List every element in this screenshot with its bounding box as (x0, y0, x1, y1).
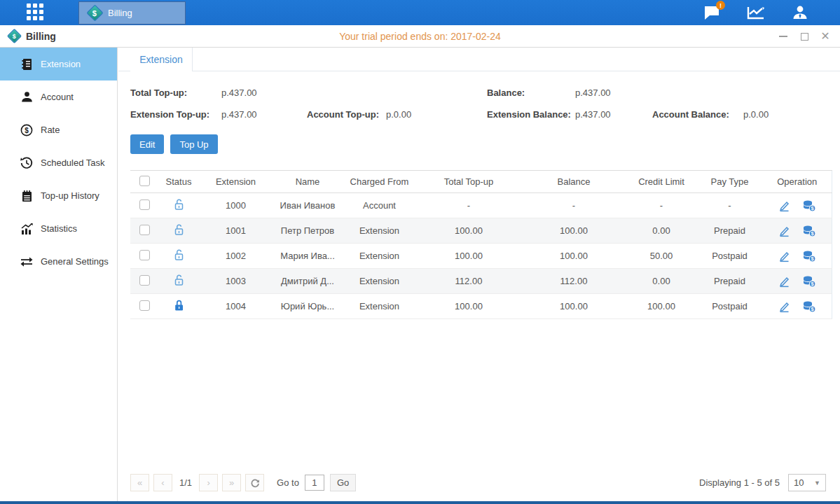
last-page-button[interactable]: » (222, 474, 241, 491)
edit-button[interactable]: Edit (130, 134, 164, 154)
user-account-icon[interactable] (791, 4, 809, 22)
table-row[interactable]: 1002 Мария Ива... Extension 100.00 100.0… (130, 244, 832, 269)
tab-extension[interactable]: Extension (130, 48, 193, 71)
table-row[interactable]: 1004 Юрий Юрь... Extension 100.00 100.00… (130, 294, 832, 319)
column-header-total-topup: Total Top-up (416, 171, 521, 193)
table-row[interactable]: 1003 Дмитрий Д... Extension 112.00 112.0… (130, 269, 832, 294)
unlocked-icon (173, 198, 185, 211)
sidebar-item-rate[interactable]: $ Rate (0, 113, 117, 146)
edit-row-icon[interactable] (778, 300, 790, 313)
main-content: Extension Total Top-up: p.437.00 Balance… (118, 48, 840, 501)
pay-type-cell: Prepaid (696, 269, 763, 294)
extensions-table: Status Extension Name Charged From Total… (130, 170, 832, 319)
table-row[interactable]: 1000 Иван Иванов Account - - - - (130, 193, 832, 218)
top-up-row-icon[interactable]: $ (802, 225, 816, 237)
sidebar-item-statistics[interactable]: Statistics (0, 212, 117, 245)
name-cell: Дмитрий Д... (273, 269, 343, 294)
charged-from-cell: Extension (343, 269, 416, 294)
account-person-icon (20, 91, 33, 104)
top-up-button[interactable]: Top Up (170, 134, 217, 154)
window-title-bar: $ Billing Your trial period ends on: 201… (0, 25, 840, 48)
row-checkbox[interactable] (139, 200, 150, 210)
scheduled-task-clock-icon (20, 157, 33, 169)
statistics-chart-topbar-icon[interactable] (747, 4, 765, 22)
close-button[interactable]: ✕ (820, 31, 830, 41)
svg-text:$: $ (25, 127, 29, 134)
total-topup-label: Total Top-up: (130, 88, 221, 98)
billing-window-icon: $ (7, 29, 22, 43)
account-balance-value: p.0.00 (743, 109, 840, 120)
status-cell (158, 294, 199, 319)
extension-cell: 1002 (199, 244, 273, 269)
notification-badge: ! (716, 1, 725, 10)
general-settings-arrows-icon (20, 255, 33, 268)
maximize-button[interactable] (799, 31, 809, 41)
total-topup-value: p.437.00 (221, 88, 307, 98)
credit-limit-cell: 0.00 (626, 269, 696, 294)
sidebar-item-label: Rate (41, 125, 60, 135)
sidebar-item-account[interactable]: Account (0, 80, 117, 113)
charged-from-cell: Account (343, 193, 416, 218)
top-app-bar: $ Billing ! (0, 0, 840, 25)
row-checkbox[interactable] (139, 300, 150, 311)
topup-history-notepad-icon (20, 190, 33, 202)
minimize-button[interactable] (778, 31, 788, 41)
top-up-row-icon[interactable]: $ (802, 300, 816, 313)
top-up-row-icon[interactable]: $ (802, 250, 816, 262)
edit-row-icon[interactable] (778, 250, 790, 262)
sidebar-item-scheduled-task[interactable]: Scheduled Task (0, 146, 117, 179)
total-topup-cell: 112.00 (416, 269, 521, 294)
credit-limit-cell: 50.00 (626, 244, 696, 269)
name-cell: Иван Иванов (273, 193, 343, 218)
select-all-checkbox[interactable] (139, 176, 150, 186)
total-topup-cell: - (416, 193, 521, 218)
prev-page-button[interactable]: ‹ (153, 474, 172, 491)
person-icon (792, 4, 808, 21)
first-page-button[interactable]: « (130, 474, 149, 491)
sidebar-item-general-settings[interactable]: General Settings (0, 245, 117, 278)
toolbar: Edit Top Up (130, 134, 840, 154)
window-bottom-border (0, 501, 840, 504)
billing-dollar-diamond-icon: $ (86, 4, 103, 21)
edit-row-icon[interactable] (778, 225, 790, 237)
balance-cell: - (521, 193, 626, 218)
page-size-select[interactable]: 10 ▼ (788, 474, 826, 491)
edit-row-icon[interactable] (778, 200, 790, 212)
column-header-pay-type: Pay Type (696, 171, 763, 193)
pay-type-cell: Prepaid (696, 218, 763, 244)
refresh-button[interactable] (245, 474, 264, 491)
unlocked-icon (173, 223, 185, 236)
refresh-icon (250, 478, 260, 488)
displaying-label: Displaying 1 - 5 of 5 (699, 477, 780, 488)
top-up-row-icon[interactable]: $ (802, 200, 816, 212)
next-page-button[interactable]: › (199, 474, 218, 491)
sidebar-item-label: Account (41, 92, 74, 102)
charged-from-cell: Extension (343, 218, 416, 244)
tab-bar: Extension (118, 48, 840, 71)
locked-icon (173, 299, 185, 312)
notifications-chat-icon[interactable]: ! (703, 4, 721, 22)
sidebar-item-extension[interactable]: Extension (0, 48, 117, 80)
app-launcher-grid-icon[interactable] (27, 4, 48, 22)
balance-cell: 100.00 (521, 294, 626, 319)
go-button[interactable]: Go (330, 474, 356, 491)
row-checkbox[interactable] (139, 250, 150, 260)
account-topup-label: Account Top-up: (307, 109, 386, 120)
trial-notice: Your trial period ends on: 2017-02-24 (0, 31, 840, 42)
row-checkbox[interactable] (139, 275, 150, 286)
sidebar-item-topup-history[interactable]: Top-up History (0, 179, 117, 212)
column-header-credit-limit: Credit Limit (626, 171, 696, 193)
credit-limit-cell: 100.00 (626, 294, 696, 319)
edit-row-icon[interactable] (778, 275, 790, 288)
goto-page-input[interactable] (305, 475, 324, 491)
name-cell: Петр Петров (273, 218, 343, 244)
top-up-row-icon[interactable]: $ (802, 275, 816, 288)
account-topup-value: p.0.00 (386, 109, 487, 120)
sidebar-item-label: General Settings (41, 256, 109, 267)
billing-summary: Total Top-up: p.437.00 Balance: p.437.00… (130, 82, 840, 125)
total-topup-cell: 100.00 (416, 218, 521, 244)
table-row[interactable]: 1001 Петр Петров Extension 100.00 100.00… (130, 218, 832, 244)
row-checkbox[interactable] (139, 225, 150, 235)
billing-app-tab[interactable]: $ Billing (78, 1, 186, 24)
pay-type-cell: Postpaid (696, 244, 763, 269)
